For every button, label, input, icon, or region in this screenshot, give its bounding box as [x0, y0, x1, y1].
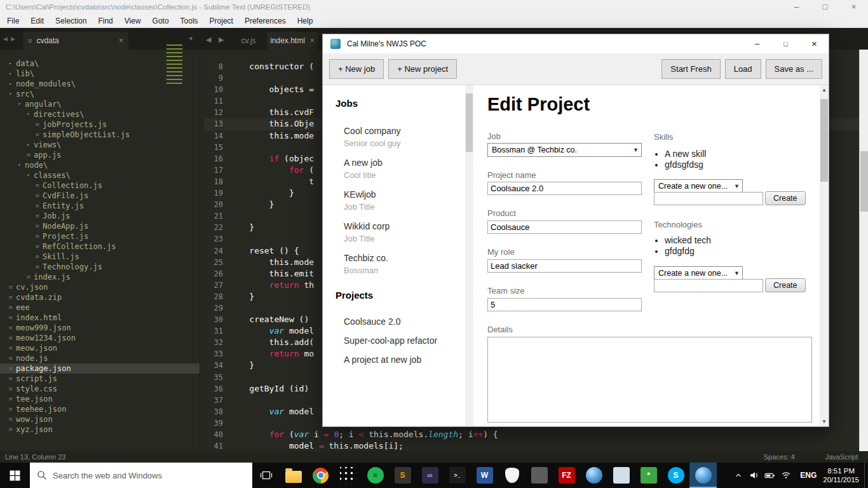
tab-close-icon[interactable]: ×: [310, 36, 315, 45]
tab-close-icon[interactable]: ×: [119, 36, 123, 45]
form-scrollbar[interactable]: ▲ ▼: [820, 85, 829, 426]
menu-preferences[interactable]: Preferences: [239, 14, 292, 28]
tree-file-Job.js[interactable]: ≡Job.js: [0, 211, 200, 221]
task-view-button[interactable]: [252, 463, 280, 488]
editor-scrollbar-thumb[interactable]: [860, 151, 868, 212]
tree-file-index.js[interactable]: ≡index.js: [0, 272, 200, 282]
taskbar-clock[interactable]: 8:51 PM 20/11/2015: [823, 466, 859, 484]
job-item[interactable]: Techbiz co.Bossman: [336, 252, 465, 277]
status-syntax[interactable]: JavaScript: [825, 453, 858, 461]
job-item[interactable]: A new jobCool title: [336, 156, 465, 182]
menu-tools[interactable]: Tools: [175, 14, 204, 28]
chrome-icon[interactable]: [307, 463, 334, 488]
tree-folder-views[interactable]: ▸views\: [0, 140, 200, 150]
tree-file-Project.js[interactable]: ≡Project.js: [0, 231, 200, 241]
my-role-input[interactable]: [487, 259, 642, 273]
sidebar-minimap[interactable]: [166, 44, 182, 85]
tree-file-meow1234.json[interactable]: ≡meow1234.json: [0, 333, 200, 343]
tree-file-RefCollection.js[interactable]: ≡RefCollection.js: [0, 241, 200, 252]
menu-goto[interactable]: Goto: [147, 14, 175, 28]
visual-studio-icon[interactable]: ∞: [416, 463, 444, 488]
tab-cvjs[interactable]: cv.js: [230, 32, 267, 50]
volume-button[interactable]: [746, 463, 762, 488]
job-select[interactable]: Bossman @ Techbiz co. ▼: [487, 143, 642, 157]
globe-app-icon[interactable]: [580, 463, 607, 488]
network-button[interactable]: [778, 463, 794, 488]
new-job-button[interactable]: + New job: [329, 59, 384, 79]
tree-file-tee.json[interactable]: ≡tee.json: [0, 394, 200, 404]
project-item[interactable]: Coolsauce 2.0: [336, 312, 465, 331]
tree-file-meow.json[interactable]: ≡meow.json: [0, 343, 200, 353]
list-panel-scrollbar[interactable]: [465, 85, 473, 426]
form-scrollbar-thumb[interactable]: [820, 99, 828, 182]
battery-button[interactable]: [762, 463, 778, 488]
menu-project[interactable]: Project: [204, 14, 239, 28]
tree-folder-angular[interactable]: ▾angular\: [0, 99, 200, 109]
tree-file-Entity.js[interactable]: ≡Entity.js: [0, 201, 200, 211]
pale-app-icon[interactable]: [607, 463, 635, 488]
menu-selection[interactable]: Selection: [50, 14, 92, 28]
close-icon[interactable]: ×: [839, 0, 868, 14]
tab-overflow-icon[interactable]: ▼: [188, 36, 194, 42]
tree-folder-node[interactable]: ▾node\: [0, 160, 200, 170]
project-item[interactable]: A project at new job: [336, 350, 465, 369]
job-item[interactable]: Cool companySenior cool guy: [336, 125, 465, 150]
tree-file-teehee.json[interactable]: ≡teehee.json: [0, 404, 200, 414]
command-prompt-icon[interactable]: >_: [444, 463, 471, 488]
nav-back-icon[interactable]: ◀: [206, 36, 211, 44]
new-skill-input[interactable]: [654, 192, 763, 205]
status-indent[interactable]: Spaces: 4: [764, 453, 795, 461]
tree-file-Skill.js[interactable]: ≡Skill.js: [0, 252, 200, 262]
tab-scroll-left-icon[interactable]: ◀: [3, 36, 8, 42]
start-fresh-button[interactable]: Start Fresh: [661, 59, 720, 79]
tree-file-jobProjects.js[interactable]: ≡jobProjects.js: [0, 119, 200, 130]
apps-grid-icon[interactable]: [334, 463, 362, 488]
skype-icon[interactable]: S: [662, 463, 689, 488]
tab-cvdata[interactable]: ≡ cvdata ×: [23, 32, 128, 50]
tree-file-wow.json[interactable]: ≡wow.json: [0, 414, 200, 424]
tree-file-cvdata.zip[interactable]: ≡cvdata.zip: [0, 292, 200, 302]
taskbar-search[interactable]: [30, 463, 252, 488]
tree-folder-classes[interactable]: ▾classes\: [0, 170, 200, 180]
tree-file-app.js[interactable]: ≡app.js: [0, 150, 200, 160]
job-item[interactable]: KEwljobJob Title: [336, 188, 465, 214]
menu-edit[interactable]: Edit: [25, 14, 50, 28]
tree-file-xyz.json[interactable]: ≡xyz.json: [0, 424, 200, 435]
create-technology-button[interactable]: Create: [765, 278, 806, 292]
nav-forward-icon[interactable]: ▶: [219, 36, 224, 44]
tree-file-style.css[interactable]: ≡style.css: [0, 384, 200, 394]
tree-folder-src[interactable]: ▾src\: [0, 89, 200, 99]
word-icon[interactable]: W: [471, 463, 498, 488]
tree-file-NodeApp.js[interactable]: ≡NodeApp.js: [0, 221, 200, 231]
spotify-icon[interactable]: ≈: [362, 463, 389, 488]
language-indicator[interactable]: ENG: [800, 471, 817, 480]
new-project-button[interactable]: + New project: [388, 59, 457, 79]
team-size-input[interactable]: [487, 298, 642, 311]
tree-file-node.js[interactable]: ≡node.js: [0, 353, 200, 363]
editor-scrollbar[interactable]: [859, 50, 868, 451]
tray-expand-button[interactable]: [730, 463, 746, 488]
tree-folder-directives[interactable]: ▾directives\: [0, 109, 200, 119]
product-input[interactable]: [487, 220, 642, 234]
scroll-up-icon[interactable]: ▲: [820, 87, 829, 93]
menu-file[interactable]: File: [1, 14, 25, 28]
tree-file-Technology.js[interactable]: ≡Technology.js: [0, 262, 200, 272]
tree-file-package.json[interactable]: ≡package.json: [0, 363, 200, 374]
tab-scroll-right-icon[interactable]: ▶: [11, 36, 15, 42]
job-item[interactable]: Wikkid corpJob Title: [336, 220, 465, 245]
tree-file-CvdFile.js[interactable]: ≡CvdFile.js: [0, 191, 200, 201]
gear-app-icon[interactable]: *: [635, 463, 662, 488]
jug-icon[interactable]: [498, 463, 526, 488]
maximize-icon[interactable]: □: [811, 0, 839, 14]
menu-view[interactable]: View: [119, 14, 147, 28]
tree-file-index.html[interactable]: ≡index.html: [0, 313, 200, 323]
menu-find[interactable]: Find: [92, 14, 118, 28]
sublime-text-icon[interactable]: S: [389, 463, 416, 488]
filezilla-icon[interactable]: FZ: [553, 463, 580, 488]
details-textarea[interactable]: [487, 337, 812, 423]
create-skill-button[interactable]: Create: [765, 191, 806, 205]
maximize-icon[interactable]: □: [771, 34, 800, 53]
close-icon[interactable]: ×: [800, 34, 829, 53]
show-desktop-button[interactable]: [864, 463, 868, 488]
minimize-icon[interactable]: –: [743, 34, 771, 53]
